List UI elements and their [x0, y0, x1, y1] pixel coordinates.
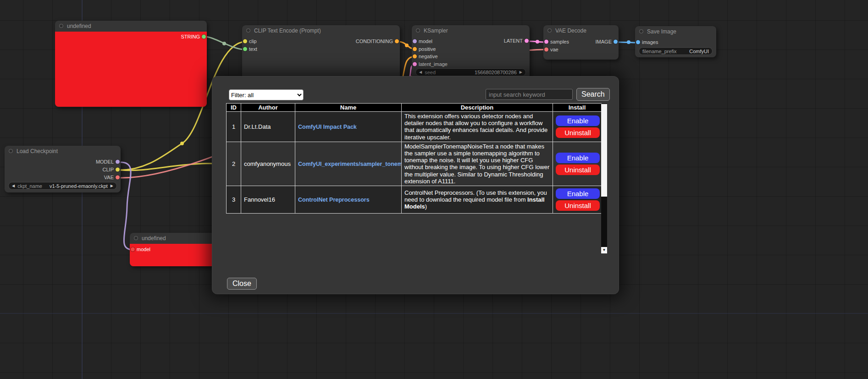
node-title: VAE Decode: [555, 25, 586, 36]
cell-id: 2: [227, 142, 241, 186]
output-port-string[interactable]: [202, 35, 206, 39]
cell-author: Dr.Lt.Data: [241, 112, 295, 142]
ckpt-name-widget[interactable]: ◀ ckpt_name v1-5-pruned-emaonly.ckpt ▶: [8, 182, 117, 190]
output-label-image: IMAGE: [596, 39, 612, 44]
output-port-conditioning[interactable]: [395, 39, 399, 44]
wire-midpoint-dot: [222, 42, 226, 45]
output-port-latent[interactable]: [525, 39, 529, 43]
enable-button[interactable]: Enable: [556, 153, 600, 163]
filter-select[interactable]: Filter: all: [229, 89, 304, 100]
column-header-author: Author: [241, 104, 295, 112]
table-scrollbar[interactable]: ▼: [601, 104, 607, 253]
input-port-model[interactable]: [413, 39, 417, 44]
description-text: ): [425, 203, 427, 210]
node-title: CLIP Text Encode (Prompt): [254, 25, 321, 36]
input-label-positive: positive: [419, 46, 436, 52]
table-row: 1 Dr.Lt.Data ComfyUI Impact Pack This ex…: [227, 112, 602, 142]
input-port-images[interactable]: [636, 40, 640, 44]
input-port-positive[interactable]: [413, 47, 417, 51]
table-row: 3 Fannovel16 ControlNet Preprocessors Co…: [227, 186, 602, 214]
previous-arrow-icon[interactable]: ◀: [12, 184, 15, 188]
collapse-dot-icon[interactable]: [134, 236, 138, 240]
extension-table: ID Author Name Description Install 1 Dr.…: [226, 103, 602, 214]
collapse-dot-icon[interactable]: [639, 29, 643, 33]
output-port-vae[interactable]: [116, 176, 120, 180]
node-header: undefined: [130, 233, 215, 244]
column-header-name: Name: [295, 104, 402, 112]
collapse-dot-icon[interactable]: [59, 24, 63, 28]
node-header: undefined: [55, 21, 207, 32]
collapse-dot-icon[interactable]: [9, 149, 13, 153]
increment-arrow-icon[interactable]: ▶: [520, 71, 522, 74]
node-ksampler[interactable]: KSampler model positive negative latent_…: [412, 25, 530, 80]
description-text: ControlNet Preprocessors. (To use this e…: [404, 189, 547, 203]
output-port-clip[interactable]: [116, 168, 120, 172]
output-port-image[interactable]: [614, 40, 618, 44]
node-title: Load Checkpoint: [17, 146, 58, 157]
next-arrow-icon[interactable]: ▶: [111, 184, 113, 188]
output-port-model[interactable]: [116, 160, 120, 164]
table-row: 2 comfyanonymous ComfyUI_experiments/sam…: [227, 142, 602, 186]
close-button[interactable]: Close: [227, 278, 257, 290]
column-header-install: Install: [553, 104, 602, 112]
input-port-text[interactable]: [243, 47, 247, 51]
scrollbar-thumb[interactable]: [601, 104, 607, 197]
node-load-checkpoint[interactable]: Load Checkpoint MODEL CLIP VAE ◀ ckpt_na…: [5, 146, 121, 192]
filename-prefix-value: ComfyUI: [689, 49, 709, 54]
enable-button[interactable]: Enable: [556, 115, 600, 126]
seed-widget-label: seed: [425, 70, 436, 75]
output-label-string: STRING: [181, 34, 200, 39]
scroll-down-icon[interactable]: ▼: [601, 247, 607, 253]
input-port-negative[interactable]: [413, 55, 417, 59]
column-header-id: ID: [227, 104, 241, 112]
input-label-model: model: [419, 38, 432, 44]
seed-widget-value: 156680208700286: [475, 70, 517, 75]
cell-id: 1: [227, 112, 241, 142]
search-button[interactable]: Search: [576, 88, 610, 101]
extension-link[interactable]: ComfyUI Impact Pack: [298, 124, 357, 130]
output-label-conditioning: CONDITIONING: [356, 38, 393, 44]
table-header-row: ID Author Name Description Install: [227, 104, 602, 112]
input-label-samples: samples: [550, 39, 569, 44]
cell-description: This extension offers various detector n…: [402, 112, 553, 142]
node-header: CLIP Text Encode (Prompt): [242, 25, 400, 36]
node-header: VAE Decode: [543, 25, 619, 36]
input-label-vae: vae: [550, 47, 558, 52]
node-title: undefined: [67, 21, 91, 32]
uninstall-button[interactable]: Uninstall: [556, 127, 600, 138]
input-port-vae[interactable]: [544, 48, 548, 52]
input-port-clip[interactable]: [243, 39, 247, 44]
filename-prefix-label: filename_prefix: [642, 49, 677, 54]
error-node-body: [55, 32, 207, 107]
input-port-samples[interactable]: [544, 40, 548, 44]
output-label-model: MODEL: [96, 159, 114, 165]
decrement-arrow-icon[interactable]: ◀: [419, 71, 422, 74]
extension-link[interactable]: ComfyUI_experiments/sampler_tonemap: [298, 161, 402, 167]
seed-widget[interactable]: ◀ seed 156680208700286 ▶: [415, 68, 526, 76]
cell-author: comfyanonymous: [241, 142, 295, 186]
uninstall-button[interactable]: Uninstall: [556, 165, 600, 175]
extension-link[interactable]: ControlNet Preprocessors: [298, 197, 370, 203]
node-header: KSampler: [412, 25, 530, 36]
wire-midpoint-dot: [536, 40, 539, 44]
uninstall-button[interactable]: Uninstall: [556, 200, 600, 211]
cell-author: Fannovel16: [241, 186, 295, 214]
node-header: Save Image: [635, 26, 716, 37]
enable-button[interactable]: Enable: [556, 188, 600, 199]
ckpt-name-value: v1-5-pruned-emaonly.ckpt: [50, 183, 108, 189]
node-undefined-top[interactable]: undefined STRING: [55, 21, 207, 107]
output-label-latent: LATENT: [504, 38, 523, 44]
node-vae-decode[interactable]: VAE Decode samples vae IMAGE: [543, 25, 619, 60]
output-label-vae: VAE: [104, 175, 114, 180]
input-port-latent-image[interactable]: [413, 62, 417, 66]
input-port-model[interactable]: [131, 247, 135, 252]
input-label-clip: clip: [249, 38, 257, 44]
node-save-image[interactable]: Save Image images filename_prefix ComfyU…: [635, 26, 716, 57]
search-input[interactable]: [486, 89, 573, 100]
node-header: Load Checkpoint: [5, 146, 121, 157]
node-undefined-bottom[interactable]: undefined model: [130, 233, 215, 266]
collapse-dot-icon[interactable]: [547, 28, 552, 33]
collapse-dot-icon[interactable]: [246, 28, 250, 33]
filename-prefix-widget[interactable]: filename_prefix ComfyUI: [639, 47, 713, 55]
collapse-dot-icon[interactable]: [416, 28, 420, 33]
